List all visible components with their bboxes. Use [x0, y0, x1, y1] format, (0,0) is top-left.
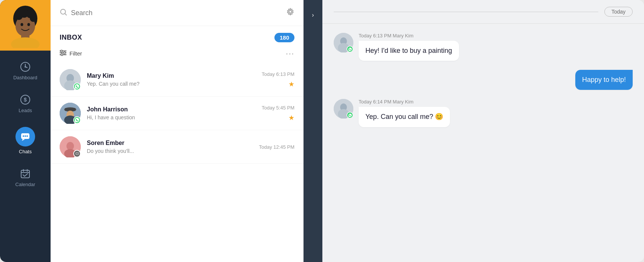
msg-wa-badge-1	[347, 46, 353, 52]
panel-divider: ›	[304, 0, 322, 262]
chat-preview-soren-ember: Do you think you'll...	[87, 148, 253, 154]
chat-time-soren-ember: Today 12:45 PM	[259, 144, 294, 150]
svg-point-42	[66, 142, 74, 150]
sidebar-item-leads[interactable]: $ Leads	[0, 87, 51, 120]
sidebar-item-label-dashboard: Dashboard	[13, 75, 37, 80]
msg-bubble-2: Happy to help!	[575, 70, 633, 90]
inbox-title: INBOX	[60, 34, 82, 42]
chat-meta-mary-kim: Today 6:13 PM ★	[262, 71, 294, 88]
chat-name-john-harrison: John Harrison	[87, 106, 256, 113]
gear-icon	[286, 8, 294, 16]
svg-point-31	[64, 52, 66, 54]
svg-point-30	[61, 50, 63, 52]
leads-icon: $	[20, 94, 31, 105]
msg-bubble-wrap-3: Today 6:14 PM Mary Kim Yep. Can you call…	[359, 99, 450, 127]
search-bar	[51, 0, 304, 26]
svg-line-25	[65, 14, 66, 15]
svg-point-47	[77, 153, 78, 154]
chat-window-header: Today	[322, 0, 644, 24]
inbox-count-badge: 180	[274, 33, 294, 42]
svg-point-9	[30, 15, 37, 22]
msg-bubble-3: Yep. Can you call me? 😊	[359, 107, 450, 127]
chat-time-mary-kim: Today 6:13 PM	[262, 71, 294, 77]
sidebar-navigation: Dashboard $ Leads	[0, 51, 51, 262]
chat-window: Today Today 6:13 PM Ma	[322, 0, 644, 262]
calendar-icon	[20, 168, 31, 179]
svg-point-26	[289, 11, 292, 13]
svg-point-3	[11, 37, 40, 48]
chat-info-soren-ember: Soren Ember Do you think you'll...	[87, 140, 253, 154]
svg-text:$: $	[24, 97, 27, 103]
chat-name-soren-ember: Soren Ember	[87, 140, 253, 146]
user-avatar-image	[5, 3, 46, 48]
message-row-3: Today 6:14 PM Mary Kim Yep. Can you call…	[334, 99, 633, 127]
filter-left: Filter	[60, 50, 82, 57]
messages-area: Today 6:13 PM Mary Kim Hey! I'd like to …	[322, 24, 644, 262]
today-badge: Today	[604, 7, 633, 17]
sidebar-item-calendar[interactable]: Calendar	[0, 161, 51, 194]
msg-bubble-wrap-2: Happy to help!	[575, 70, 633, 90]
svg-point-32	[61, 54, 63, 56]
user-avatar-area	[0, 0, 51, 51]
dashboard-icon	[20, 61, 31, 72]
svg-rect-38	[65, 108, 75, 111]
chat-info-mary-kim: Mary Kim Yep. Can you call me?	[87, 72, 256, 87]
filter-label: Filter	[69, 50, 82, 57]
avatar-wrap-john-harrison	[60, 103, 81, 124]
sidebar-item-chats[interactable]: Chats	[0, 120, 51, 161]
chat-meta-john-harrison: Today 5:45 PM ★	[262, 105, 294, 122]
message-row-1: Today 6:13 PM Mary Kim Hey! I'd like to …	[334, 33, 633, 61]
chat-item-mary-kim[interactable]: Mary Kim Yep. Can you call me? Today 6:1…	[51, 63, 304, 97]
msg-avatar-wrap-3	[334, 99, 353, 119]
avatar-wrap-mary-kim	[60, 69, 81, 90]
filter-icon	[60, 50, 66, 57]
header-divider-line	[334, 12, 598, 12]
sidebar-item-label-chats: Chats	[19, 149, 32, 154]
svg-point-46	[77, 153, 77, 154]
avatar-wrap-soren-ember	[60, 136, 81, 157]
svg-point-4	[21, 23, 23, 26]
chat-preview-mary-kim: Yep. Can you call me?	[87, 81, 256, 87]
chat-list: Mary Kim Yep. Can you call me? Today 6:1…	[51, 63, 304, 262]
svg-rect-20	[21, 170, 29, 178]
whatsapp-badge-john-harrison	[73, 116, 81, 124]
svg-point-19	[26, 136, 28, 137]
svg-point-13	[25, 66, 26, 68]
svg-point-45	[76, 153, 77, 154]
chat-item-john-harrison[interactable]: John Harrison Hi, I have a question Toda…	[51, 97, 304, 130]
filter-bar: Filter ···	[51, 46, 304, 63]
inbox-header: INBOX 180	[51, 26, 304, 46]
message-row-2: Happy to help!	[334, 70, 633, 90]
expand-panel-button[interactable]: ›	[306, 8, 320, 22]
sidebar-item-label-leads: Leads	[18, 108, 32, 113]
chat-preview-john-harrison: Hi, I have a question	[87, 114, 256, 120]
whatsapp-badge-mary-kim	[73, 83, 81, 90]
chat-time-john-harrison: Today 5:45 PM	[262, 105, 294, 111]
sidebar-item-dashboard[interactable]: Dashboard	[0, 54, 51, 87]
star-icon-mary-kim: ★	[288, 80, 294, 88]
star-icon-john-harrison: ★	[288, 114, 294, 122]
svg-point-5	[28, 23, 30, 26]
chat-item-soren-ember[interactable]: Soren Ember Do you think you'll... Today…	[51, 130, 304, 164]
chats-icon	[15, 127, 35, 146]
settings-button[interactable]	[286, 8, 294, 18]
msg-bubble-wrap-1: Today 6:13 PM Mary Kim Hey! I'd like to …	[359, 33, 459, 61]
sidebar: Dashboard $ Leads	[0, 0, 51, 262]
msg-avatar-wrap-1	[334, 33, 353, 52]
search-input-wrapper	[60, 8, 282, 17]
sidebar-item-label-calendar: Calendar	[15, 182, 35, 187]
search-input[interactable]	[71, 9, 282, 17]
chat-name-mary-kim: Mary Kim	[87, 72, 256, 79]
svg-point-18	[25, 136, 26, 137]
inbox-panel: INBOX 180 Filter ···	[51, 0, 304, 262]
more-options-button[interactable]: ···	[286, 49, 294, 58]
msg-meta-1: Today 6:13 PM Mary Kim	[359, 33, 459, 39]
chat-info-john-harrison: John Harrison Hi, I have a question	[87, 106, 256, 120]
search-icon	[60, 8, 67, 17]
msg-bubble-1: Hey! I'd like to buy a painting	[359, 41, 459, 61]
chat-meta-soren-ember: Today 12:45 PM	[259, 144, 294, 150]
sms-badge-soren-ember	[73, 150, 81, 157]
svg-point-17	[23, 136, 24, 137]
msg-meta-3: Today 6:14 PM Mary Kim	[359, 99, 450, 105]
